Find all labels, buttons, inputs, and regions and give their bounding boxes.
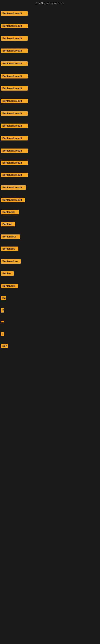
bottleneck-badge[interactable]: Bottleneck result [1, 160, 28, 165]
bottleneck-badge[interactable]: Bottlene [1, 222, 15, 226]
bottleneck-badge[interactable]: Bottleneck result [1, 173, 28, 177]
bottleneck-item: Bottleneck result [1, 160, 28, 166]
bottleneck-badge[interactable]: Bottleneck result [1, 111, 28, 116]
bottleneck-item: Bott [1, 344, 8, 349]
bottleneck-badge[interactable]: Bottleneck result [1, 11, 28, 16]
site-title: TheBottlenecker.com [0, 0, 100, 6]
bottleneck-badge[interactable]: Bottlen [1, 271, 14, 276]
bottleneck-item: Bottleneck result [1, 24, 28, 29]
bottleneck-item: Bottleneck [1, 284, 18, 289]
bottleneck-item: Bottleneck result [1, 111, 28, 116]
bottleneck-badge[interactable]: I [1, 332, 4, 336]
bottleneck-item: Bottlen [1, 271, 14, 276]
bottleneck-item: Bottleneck result [1, 36, 28, 42]
bottleneck-item: Bo [1, 296, 6, 301]
bottleneck-item: Bottleneck [1, 246, 18, 252]
bottleneck-item: I [1, 332, 4, 337]
bottleneck-badge[interactable]: Bottleneck result [1, 148, 28, 153]
bottleneck-badge[interactable]: Bottleneck result [1, 62, 28, 66]
bottleneck-badge[interactable]: Bottleneck result [1, 124, 28, 128]
bottleneck-item: B [1, 308, 4, 313]
bottleneck-badge[interactable]: Bottleneck result [1, 185, 26, 190]
bottleneck-item: Bottleneck result [1, 198, 25, 203]
bottleneck-item [1, 320, 4, 323]
bottleneck-badge[interactable] [1, 321, 4, 322]
bottleneck-item: Bottleneck [1, 210, 19, 215]
bottleneck-badge[interactable]: Bottleneck re [1, 259, 21, 264]
bottleneck-item: Bottleneck result [1, 185, 26, 190]
bottleneck-item: Bottleneck result [1, 74, 28, 79]
bottleneck-badge[interactable]: Bottleneck result [1, 99, 28, 103]
bottleneck-item: Bottlene [1, 222, 15, 227]
bottleneck-badge[interactable]: B [1, 308, 4, 312]
bottleneck-badge[interactable]: Bottleneck r [1, 234, 20, 239]
bottleneck-badge[interactable]: Bottleneck result [1, 74, 28, 78]
bottleneck-item: Bottleneck r [1, 234, 20, 240]
bottleneck-badge[interactable]: Bottleneck [1, 246, 18, 251]
bottleneck-item: Bottleneck result [1, 11, 28, 16]
bottleneck-item: Bottleneck result [1, 86, 28, 91]
bottleneck-list: Bottleneck resultBottleneck resultBottle… [0, 6, 100, 640]
bottleneck-badge[interactable]: Bottleneck [1, 284, 18, 288]
bottleneck-item: Bottleneck result [1, 148, 28, 154]
bottleneck-badge[interactable]: Bottleneck result [1, 36, 28, 41]
site-title-bar: TheBottlenecker.com [0, 0, 100, 6]
bottleneck-item: Bottleneck result [1, 48, 28, 54]
bottleneck-badge[interactable]: Bottleneck result [1, 198, 25, 202]
bottleneck-item: Bottleneck result [1, 136, 28, 141]
bottleneck-item: Bottleneck result [1, 124, 28, 129]
bottleneck-item: Bottleneck result [1, 173, 28, 178]
bottleneck-badge[interactable]: Bottleneck result [1, 136, 28, 140]
bottleneck-item: Bottleneck result [1, 62, 28, 66]
bottleneck-item: Bottleneck re [1, 259, 21, 264]
bottleneck-badge[interactable]: Bottleneck result [1, 86, 28, 90]
bottleneck-badge[interactable]: Bottleneck [1, 210, 19, 214]
bottleneck-badge[interactable]: Bottleneck result [1, 24, 28, 28]
bottleneck-badge[interactable]: Bott [1, 344, 8, 348]
bottleneck-item: Bottleneck result [1, 99, 28, 104]
bottleneck-badge[interactable]: Bo [1, 296, 6, 300]
bottleneck-badge[interactable]: Bottleneck result [1, 48, 28, 53]
